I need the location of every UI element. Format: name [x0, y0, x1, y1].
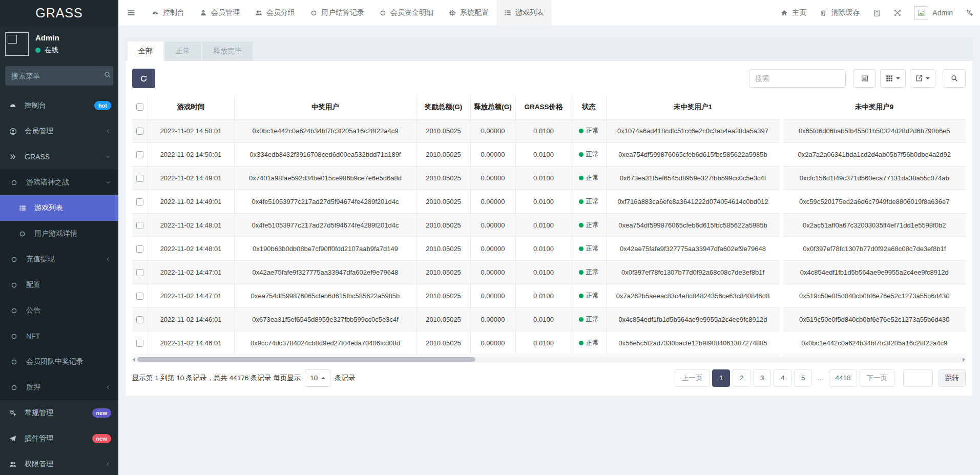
status-dot-icon	[579, 317, 583, 322]
navbar-tab-3[interactable]: 会员分组	[247, 0, 303, 26]
sidebar-item-10[interactable]: NFT	[0, 323, 118, 349]
sidebar-item-12[interactable]: 质押	[0, 375, 118, 400]
cell-released: 0.00000	[470, 331, 515, 355]
column-header[interactable]: 中奖用户	[234, 95, 416, 119]
page-button-5[interactable]: 5	[794, 369, 812, 387]
navbar-tab-1[interactable]: 控制台	[144, 0, 192, 26]
row-checkbox-cell	[132, 142, 148, 166]
row-checkbox[interactable]	[136, 340, 143, 347]
table-header-row: 游戏时间中奖用户奖励总额(G)释放总额(G)GRASS价格状态未中奖用户1未中奖…	[132, 95, 966, 119]
admin-menu[interactable]: Admin	[908, 0, 960, 26]
navbar-tab-6[interactable]: 系统配置	[441, 0, 496, 26]
navbar-tab-2[interactable]: 会员管理	[192, 0, 247, 26]
navbar-tab-4[interactable]: 用户结算记录	[303, 0, 372, 26]
scroll-left-arrow[interactable]	[133, 358, 135, 362]
cell-price: 0.0100	[515, 213, 572, 237]
cell-reward: 2010.05025	[416, 142, 470, 166]
cell-loser9: 0x65fd6d06bab5fb45501b50324d28d2d6b790b6…	[781, 119, 966, 142]
search-icon[interactable]	[104, 71, 111, 80]
home-button[interactable]: 主页	[774, 0, 813, 26]
sidebar-item-2[interactable]: 会员管理	[0, 118, 118, 144]
sidebar-item-8[interactable]: 配置	[0, 272, 118, 298]
filter-tab-2[interactable]: 正常	[165, 42, 201, 61]
sidebar-item-13[interactable]: 常规管理new	[0, 400, 118, 426]
row-checkbox[interactable]	[136, 128, 143, 135]
cell-price: 0.0100	[515, 307, 572, 331]
page-button-2[interactable]: 2	[733, 369, 750, 387]
jump-page-input[interactable]	[903, 369, 933, 387]
cell-released: 0.00000	[470, 213, 515, 237]
row-checkbox[interactable]	[136, 293, 143, 300]
advanced-search-button[interactable]	[943, 69, 966, 88]
cell-status: 正常	[572, 119, 606, 142]
status-dot-icon	[579, 129, 583, 133]
scroll-right-arrow[interactable]	[963, 358, 965, 362]
toggle-view-button[interactable]	[853, 69, 876, 88]
sidebar-item-14[interactable]: 插件管理new	[0, 426, 118, 451]
page-button-1[interactable]: 1	[712, 369, 730, 387]
column-header[interactable]: 未中奖用户9	[781, 95, 966, 119]
sidebar-item-4[interactable]: 游戏诸神之战	[0, 170, 118, 195]
row-checkbox[interactable]	[136, 175, 143, 182]
page-button-4[interactable]: 4	[774, 369, 791, 387]
navbar-tab-7[interactable]: 游戏列表	[496, 0, 552, 26]
row-checkbox[interactable]	[136, 245, 143, 253]
sidebar-item-5[interactable]: 游戏列表	[0, 195, 118, 221]
column-header[interactable]: 未中奖用户1	[606, 95, 781, 119]
sidebar-toggle-button[interactable]	[118, 0, 144, 26]
cell-winner: 0x190b63b0db08be7cf90ff0fdd2107aab9fa7d1…	[234, 237, 416, 260]
next-page-button[interactable]: 下一页	[860, 369, 895, 387]
export-dropdown-button[interactable]	[910, 69, 935, 88]
column-header[interactable]: 游戏时间	[148, 95, 234, 119]
refresh-button[interactable]	[132, 69, 155, 88]
cell-loser1: 0x56e5c5f2ad7330bacfe12b9f90840613072748…	[606, 331, 781, 355]
prev-page-button[interactable]: 上一页	[675, 369, 710, 387]
column-header[interactable]: GRASS价格	[515, 95, 572, 119]
language-button[interactable]	[866, 0, 887, 26]
sidebar-item-3[interactable]: GRASS	[0, 144, 118, 170]
row-checkbox[interactable]	[136, 222, 143, 229]
clear-cache-button[interactable]: 清除缓存	[813, 0, 866, 26]
column-header[interactable]: 释放总额(G)	[470, 95, 515, 119]
select-all-checkbox[interactable]	[136, 104, 143, 111]
scrollbar-thumb[interactable]	[137, 357, 475, 362]
page-button-3[interactable]: 3	[753, 369, 771, 387]
sidebar-item-6[interactable]: 用户游戏详情	[0, 221, 118, 246]
status-label: 正常	[586, 339, 599, 346]
sidebar-item-9[interactable]: 公告	[0, 298, 118, 323]
navbar-tab-5[interactable]: 会员资金明细	[372, 0, 441, 26]
page-size-dropdown[interactable]: 10	[305, 369, 330, 387]
cell-price: 0.0100	[515, 166, 572, 190]
sidebar-item-label: GRASS	[25, 153, 50, 161]
chevron-left-icon	[105, 461, 111, 467]
sidebar-item-15[interactable]: 权限管理	[0, 451, 118, 475]
columns-dropdown-button[interactable]	[880, 69, 906, 88]
circle-icon	[310, 10, 317, 16]
sidebar-item-11[interactable]: 会员团队中奖记录	[0, 349, 118, 375]
page-button-last[interactable]: 4418	[829, 369, 857, 387]
circle-icon	[380, 10, 386, 16]
cell-winner: 0x673ea31f5ef6545d8959e327fbb599cc0c5e3c…	[234, 307, 416, 331]
column-header[interactable]: 状态	[572, 95, 606, 119]
cell-time: 2022-11-02 14:48:01	[148, 213, 234, 237]
horizontal-scrollbar[interactable]	[132, 357, 966, 363]
filter-tab-1[interactable]: 全部	[128, 42, 163, 61]
status-dot-icon	[579, 223, 583, 228]
filter-tab-3[interactable]: 释放完毕	[202, 42, 253, 61]
row-checkbox[interactable]	[136, 316, 143, 323]
sidebar-item-1[interactable]: 控制台hot	[0, 93, 118, 118]
row-checkbox[interactable]	[136, 198, 143, 205]
column-header[interactable]: 奖励总额(G)	[416, 95, 470, 119]
row-checkbox[interactable]	[136, 269, 143, 276]
settings-button[interactable]	[960, 0, 980, 26]
table-search-input[interactable]	[749, 69, 846, 88]
row-checkbox[interactable]	[136, 151, 143, 158]
sidebar-item-7[interactable]: 充值提现	[0, 246, 118, 272]
table-row: 2022-11-02 14:49:010x4fe51053977c217ad27…	[132, 190, 966, 213]
cell-time: 2022-11-02 14:46:01	[148, 331, 234, 355]
sidebar-search-input[interactable]	[11, 72, 104, 80]
jump-button[interactable]: 跳转	[939, 369, 966, 387]
sidebar-menu: 控制台hot会员管理GRASS游戏诸神之战游戏列表用户游戏详情充值提现配置公告N…	[0, 93, 118, 475]
fullscreen-button[interactable]	[887, 0, 908, 26]
cell-loser1: 0xea754df599876065cfeb6d615fbc585622a598…	[606, 213, 781, 237]
